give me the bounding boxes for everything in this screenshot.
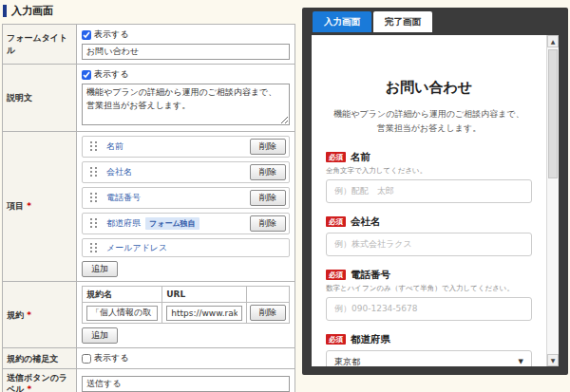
drag-handle-icon[interactable] <box>90 243 98 253</box>
chevron-down-icon: ▼ <box>519 358 523 365</box>
drag-handle-icon[interactable] <box>90 218 98 229</box>
row-description-label: 説明文 <box>3 65 77 132</box>
scroll-down-icon[interactable]: ▼ <box>547 354 559 366</box>
row-submit-label-text: 送信ボタンのラベル <box>7 373 67 392</box>
preview-panel: 入力画面 完了画面 お問い合わせ 機能やプランの詳細から運用のご相談内容まで、 … <box>302 8 568 375</box>
editor-title-text: 入力画面 <box>11 4 53 18</box>
item-row-company[interactable]: 会社名 削除 <box>82 161 290 183</box>
terms-url-input[interactable] <box>166 306 242 321</box>
preview-form-content: お問い合わせ 機能やプランの詳細から運用のご相談内容まで、 営業担当がお答えしま… <box>312 35 546 366</box>
row-terms-label: 規約 <box>7 310 24 320</box>
row-form-title-label: フォームタイトル <box>3 25 77 65</box>
form-title-visible-checkbox-row[interactable]: 表示する <box>82 28 290 41</box>
item-prefecture-link[interactable]: 都道府県 <box>106 217 141 230</box>
item-row-name[interactable]: 名前 削除 <box>82 136 290 158</box>
preview-scrollbar[interactable]: ▲ ▼ <box>546 35 559 366</box>
item-delete-button[interactable]: 削除 <box>250 215 286 232</box>
preview-tabs: 入力画面 完了画面 <box>302 8 568 32</box>
preview-phone-input[interactable] <box>326 297 532 321</box>
item-email-link[interactable]: メールアドレス <box>106 242 167 254</box>
terms-note-visible-checkbox-row[interactable]: 表示する <box>82 352 290 364</box>
required-badge: 必須 <box>326 152 346 162</box>
item-delete-button[interactable]: 削除 <box>250 139 286 155</box>
row-terms-note: 規約の補足文 表示する <box>3 348 295 369</box>
terms-name-input[interactable] <box>86 306 158 321</box>
scroll-up-icon[interactable]: ▲ <box>547 35 559 47</box>
preview-field-prefecture: 必須 都道府県 東京都 ▼ <box>326 333 532 366</box>
terms-name-header: 規約名 <box>83 287 162 303</box>
preview-field-phone: 必須 電話番号 数字とハイフンのみ（すべて半角）で入力してください。 <box>326 269 532 321</box>
title-accent-bar <box>3 5 7 17</box>
terms-url-header: URL <box>162 287 247 303</box>
preview-company-input[interactable] <box>326 233 532 256</box>
scrollbar-track[interactable] <box>547 47 559 354</box>
drag-handle-icon[interactable] <box>90 141 98 152</box>
editor-settings-table: フォームタイトル 表示する 説明文 表示する 機能やプランの詳細から運用のご相談… <box>2 24 295 392</box>
preview-form-description: 機能やプランの詳細から運用のご相談内容まで、 営業担当がお答えします。 <box>326 107 532 137</box>
terms-table: 規約名 URL 削除 <box>82 286 290 324</box>
preview-field-company: 必須 会社名 <box>326 215 532 256</box>
required-badge: 必須 <box>326 270 346 280</box>
drag-handle-icon[interactable] <box>90 193 98 203</box>
required-mark: * <box>27 201 31 211</box>
form-editor-panel: 入力画面 フォームタイトル 表示する 説明文 表示する 機能やプランの詳細から <box>2 3 295 392</box>
description-visible-checkbox-row[interactable]: 表示する <box>82 68 290 81</box>
required-badge: 必須 <box>326 216 346 227</box>
item-delete-button[interactable]: 削除 <box>250 190 286 206</box>
drag-handle-icon[interactable] <box>90 167 98 177</box>
row-submit-label: 送信ボタンのラベル * <box>3 369 295 392</box>
submit-label-input[interactable] <box>82 376 290 392</box>
preview-field-name: 必須 名前 全角文字で入力してください。 <box>326 151 532 203</box>
required-mark: * <box>27 310 31 320</box>
preview-phone-helper: 数字とハイフンのみ（すべて半角）で入力してください。 <box>326 284 532 293</box>
required-mark: * <box>28 384 32 392</box>
item-company-link[interactable]: 会社名 <box>106 166 132 178</box>
terms-add-button[interactable]: 追加 <box>82 327 118 344</box>
description-textarea[interactable]: 機能やプランの詳細から運用のご相談内容まで、 営業担当がお答えします。 <box>82 84 290 125</box>
item-delete-button[interactable]: 削除 <box>250 164 286 180</box>
item-name-link[interactable]: 名前 <box>106 140 124 153</box>
tab-complete-screen[interactable]: 完了画面 <box>373 11 432 32</box>
item-form-specific-badge: フォーム独自 <box>145 217 200 230</box>
preview-name-label: 名前 <box>351 151 370 164</box>
item-phone-link[interactable]: 電話番号 <box>106 192 141 204</box>
terms-note-visible-label: 表示する <box>94 352 128 364</box>
preview-prefecture-select[interactable]: 東京都 ▼ <box>326 350 532 366</box>
item-row-prefecture[interactable]: 都道府県 フォーム独自 削除 <box>82 213 290 234</box>
preview-form-title: お問い合わせ <box>326 79 532 97</box>
preview-prefecture-value: 東京都 <box>334 356 360 366</box>
row-terms-note-label: 規約の補足文 <box>3 348 77 369</box>
preview-prefecture-label: 都道府県 <box>351 333 390 346</box>
form-title-input[interactable] <box>82 44 290 60</box>
preview-name-helper: 全角文字で入力してください。 <box>326 166 532 176</box>
form-title-visible-checkbox[interactable] <box>82 30 91 40</box>
form-title-visible-label: 表示する <box>94 28 128 41</box>
editor-section-title: 入力画面 <box>3 4 295 18</box>
terms-delete-button[interactable]: 削除 <box>250 305 286 321</box>
row-form-title: フォームタイトル 表示する <box>3 25 295 65</box>
row-items-label: 項目 <box>7 201 24 211</box>
scrollbar-thumb[interactable] <box>548 49 558 178</box>
preview-phone-label: 電話番号 <box>351 269 390 282</box>
terms-note-visible-checkbox[interactable] <box>82 354 91 364</box>
row-terms: 規約 * 規約名 URL 削除 追加 <box>3 282 295 348</box>
terms-actions-header <box>247 287 290 303</box>
preview-name-input[interactable] <box>326 179 532 203</box>
tab-input-screen[interactable]: 入力画面 <box>313 11 371 32</box>
preview-company-label: 会社名 <box>351 215 381 229</box>
row-description: 説明文 表示する 機能やプランの詳細から運用のご相談内容まで、 営業担当がお答え… <box>3 65 295 132</box>
required-badge: 必須 <box>326 334 346 345</box>
description-visible-checkbox[interactable] <box>82 70 91 80</box>
item-row-email[interactable]: メールアドレス <box>82 238 290 257</box>
item-add-button[interactable]: 追加 <box>82 261 118 277</box>
item-row-phone[interactable]: 電話番号 削除 <box>82 187 290 209</box>
description-visible-label: 表示する <box>94 68 128 81</box>
preview-form-card: お問い合わせ 機能やプランの詳細から運用のご相談内容まで、 営業担当がお答えしま… <box>312 35 559 366</box>
row-items: 項目 * 名前 削除 会社名 削除 電話番号 <box>3 132 295 282</box>
